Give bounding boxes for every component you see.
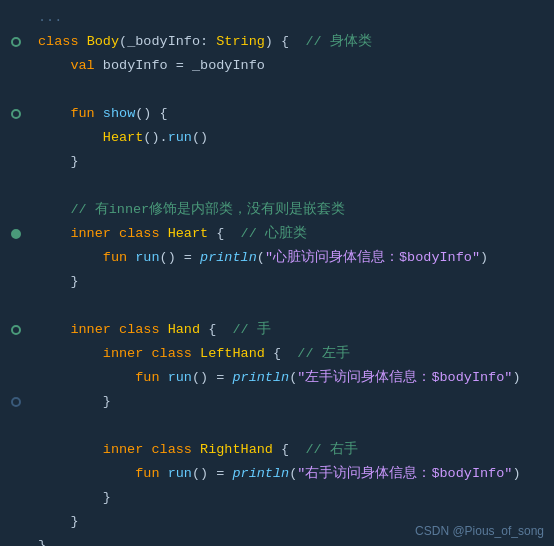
truncation-text: ...: [32, 7, 62, 29]
line-class-body: class Body(_bodyInfo: String) { // 身体类: [0, 30, 554, 54]
breakpoint-1[interactable]: [11, 37, 21, 47]
line-close-righthand: }: [0, 486, 554, 510]
gutter-16: [0, 397, 32, 407]
code-line-2: val bodyInfo = _bodyInfo: [32, 55, 265, 77]
code-line-11: }: [32, 271, 79, 293]
breakpoint-4[interactable]: [11, 109, 21, 119]
code-line-6: }: [32, 151, 79, 173]
code-line-15: fun run() = println("左手访问身体信息：$bodyInfo"…: [32, 367, 521, 389]
line-blank-3: [0, 294, 554, 318]
line-val-bodyinfo: val bodyInfo = _bodyInfo: [0, 54, 554, 78]
line-righthand-run: fun run() = println("右手访问身体信息：$bodyInfo"…: [0, 462, 554, 486]
line-close-show: }: [0, 150, 554, 174]
code-line-21: }: [32, 511, 79, 533]
gutter-4: [0, 109, 32, 119]
code-line-16: }: [32, 391, 111, 413]
code-line-9: inner class Heart { // 心脏类: [32, 223, 307, 245]
line-blank-4: [0, 414, 554, 438]
watermark: CSDN @Pious_of_song: [415, 524, 544, 538]
breakpoint-16[interactable]: [11, 397, 21, 407]
line-inner-righthand: inner class RightHand { // 右手: [0, 438, 554, 462]
line-heart-run: Heart().run(): [0, 126, 554, 150]
code-line-18: inner class RightHand { // 右手: [32, 439, 358, 461]
line-inner-hand: inner class Hand { // 手: [0, 318, 554, 342]
line-fun-show: fun show() {: [0, 102, 554, 126]
code-line-1: class Body(_bodyInfo: String) { // 身体类: [32, 31, 372, 53]
code-line-5: Heart().run(): [32, 127, 208, 149]
code-editor: ... class Body(_bodyInfo: String) { // 身…: [0, 0, 554, 546]
gutter-13: [0, 325, 32, 335]
line-lefthand-run: fun run() = println("左手访问身体信息：$bodyInfo"…: [0, 366, 554, 390]
line-inner-lefthand: inner class LeftHand { // 左手: [0, 342, 554, 366]
gutter-9: [0, 229, 32, 239]
code-line-13: inner class Hand { // 手: [32, 319, 271, 341]
breakpoint-9[interactable]: [11, 229, 21, 239]
code-line-blank3: [32, 295, 46, 317]
code-line-22: }: [32, 535, 46, 546]
code-line-19: fun run() = println("右手访问身体信息：$bodyInfo"…: [32, 463, 521, 485]
code-line-20: }: [32, 487, 111, 509]
code-line-10: fun run() = println("心脏访问身体信息：$bodyInfo"…: [32, 247, 488, 269]
line-blank-1: [0, 78, 554, 102]
code-line-8: // 有inner修饰是内部类，没有则是嵌套类: [32, 199, 345, 221]
line-inner-heart: inner class Heart { // 心脏类: [0, 222, 554, 246]
code-line-blank2: [32, 175, 46, 197]
code-line-blank1: [32, 79, 46, 101]
line-close-lefthand: }: [0, 390, 554, 414]
line-close-heart: }: [0, 270, 554, 294]
truncation-indicator: ...: [0, 6, 554, 30]
line-heart-run2: fun run() = println("心脏访问身体信息：$bodyInfo"…: [0, 246, 554, 270]
code-line-blank4: [32, 415, 46, 437]
code-line-4: fun show() {: [32, 103, 168, 125]
breakpoint-13[interactable]: [11, 325, 21, 335]
gutter-1: [0, 37, 32, 47]
code-line-14: inner class LeftHand { // 左手: [32, 343, 350, 365]
line-blank-2: [0, 174, 554, 198]
line-comment-inner: // 有inner修饰是内部类，没有则是嵌套类: [0, 198, 554, 222]
